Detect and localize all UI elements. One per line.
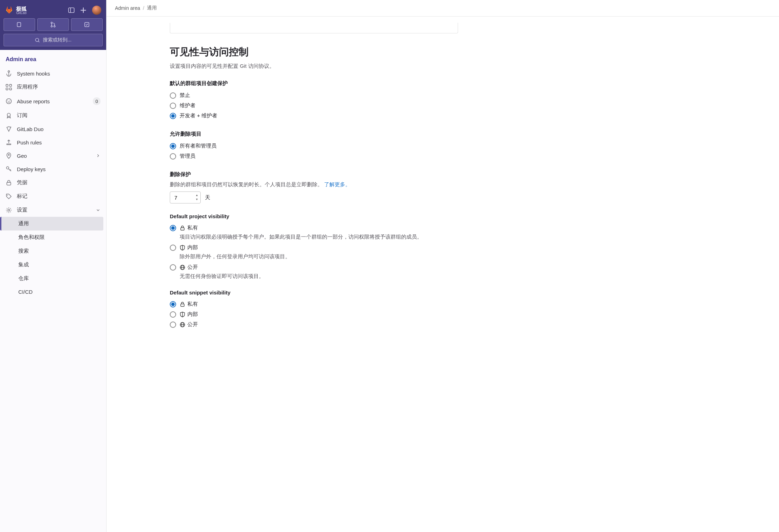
sidebar-toggle-icon[interactable] (68, 7, 75, 13)
svg-rect-2 (17, 22, 21, 27)
svg-point-13 (6, 99, 12, 104)
spin-up-icon[interactable]: ▲ (194, 193, 199, 197)
nav-label: Abuse reports (17, 98, 50, 104)
radio-maintainer[interactable]: 维护者 (170, 100, 458, 111)
radio-input[interactable] (170, 103, 176, 109)
sad-face-icon (6, 98, 12, 104)
nav-system-hooks[interactable]: System hooks (0, 67, 106, 80)
radio-input[interactable] (170, 113, 176, 119)
radio-public[interactable]: 公开 (170, 262, 458, 272)
radio-input[interactable] (170, 143, 176, 149)
plus-icon[interactable] (80, 7, 86, 13)
radio-label-text: 公开 (187, 321, 198, 328)
section-subtitle: 设置项目内容的可见性并配置 Git 访问协议。 (170, 63, 458, 70)
radio-snippet-private[interactable]: 私有 (170, 299, 458, 309)
merge-requests-button[interactable] (37, 18, 69, 31)
nav-subscription[interactable]: 订阅 (0, 109, 106, 122)
brand-name-en: GitLab (16, 11, 27, 15)
field-label: 允许删除项目 (170, 131, 458, 137)
number-spinner[interactable]: ▲ ▼ (194, 193, 199, 201)
svg-point-3 (51, 22, 52, 24)
issue-icon (17, 22, 22, 27)
field-label: Default snippet visibility (170, 290, 458, 296)
radio-dev-maintainer[interactable]: 开发者 + 维护者 (170, 111, 458, 121)
radio-snippet-public[interactable]: 公开 (170, 319, 458, 330)
subnav-cicd[interactable]: CI/CD (1, 285, 106, 298)
field-description: 删除的群组和项目仍然可以恢复的时长。个人项目总是立即删除。 了解更多。 (170, 181, 458, 188)
radio-admin[interactable]: 管理员 (170, 151, 458, 161)
subnav-integrations[interactable]: 集成 (1, 258, 106, 272)
subnav-repository[interactable]: 仓库 (1, 272, 106, 285)
radio-private[interactable]: 私有 (170, 223, 458, 233)
radio-snippet-internal[interactable]: 内部 (170, 309, 458, 319)
merge-icon (50, 22, 56, 27)
radio-input[interactable] (170, 322, 176, 328)
search-button[interactable]: 搜索或转到... (4, 34, 103, 46)
radio-input[interactable] (170, 92, 176, 99)
radio-input[interactable] (170, 245, 176, 251)
svg-rect-20 (7, 182, 11, 185)
nav-label: System hooks (17, 71, 50, 77)
subnav-search[interactable]: 搜索 (1, 244, 106, 258)
sidebar-section-title: Admin area (0, 50, 106, 67)
nav-geo[interactable]: Geo (0, 149, 106, 162)
nav-deploy-keys[interactable]: Deploy keys (0, 162, 106, 176)
nav-applications[interactable]: 应用程序 (0, 80, 106, 94)
learn-more-link[interactable]: 了解更多。 (324, 181, 350, 187)
group-delete-protection: 删除保护 删除的群组和项目仍然可以恢复的时长。个人项目总是立即删除。 了解更多。… (170, 171, 458, 203)
spin-down-icon[interactable]: ▼ (194, 197, 199, 201)
nav-credentials[interactable]: 凭据 (0, 176, 106, 189)
nav-label: Geo (17, 153, 27, 159)
radio-label-text: 私有 (187, 301, 198, 307)
radio-input[interactable] (170, 225, 176, 231)
svg-rect-10 (9, 84, 12, 86)
chevron-down-icon (96, 208, 101, 213)
subnav-roles[interactable]: 角色和权限 (1, 231, 106, 244)
sidebar: 极狐 GitLab (0, 0, 107, 532)
lock-icon (180, 301, 185, 307)
section-title: 可见性与访问控制 (170, 45, 458, 59)
radio-label-text: 内部 (187, 311, 198, 318)
nav-settings-submenu: 通用 角色和权限 搜索 集成 仓库 CI/CD (0, 217, 106, 298)
nav-gitlab-duo[interactable]: GitLab Duo (0, 122, 106, 136)
radio-input[interactable] (170, 311, 176, 318)
duo-icon (6, 126, 12, 132)
radio-label-text: 内部 (187, 244, 198, 251)
svg-rect-12 (9, 88, 12, 90)
breadcrumb-current: 通用 (147, 5, 157, 11)
collapsed-panel (170, 23, 458, 33)
main-area: Admin area / 通用 可见性与访问控制 设置项目内容的可见性并配置 G… (107, 0, 779, 532)
svg-point-5 (54, 26, 55, 27)
lock-icon (6, 180, 12, 186)
svg-point-22 (8, 209, 10, 211)
field-label: 删除保护 (170, 171, 458, 178)
nav-abuse-reports[interactable]: Abuse reports 0 (0, 94, 106, 109)
group-snippet-visibility: Default snippet visibility 私有 内部 (170, 290, 458, 330)
radio-input[interactable] (170, 153, 176, 160)
brand-logo[interactable]: 极狐 GitLab (5, 6, 27, 15)
todos-button[interactable] (71, 18, 103, 31)
radio-owner-admin[interactable]: 所有者和管理员 (170, 141, 458, 151)
todo-icon (84, 22, 90, 27)
breadcrumb-admin[interactable]: Admin area (115, 5, 140, 11)
radio-input[interactable] (170, 301, 176, 307)
radio-input[interactable] (170, 264, 176, 271)
svg-point-8 (8, 71, 10, 72)
tag-icon (6, 193, 12, 200)
nav-settings[interactable]: 设置 (0, 203, 106, 217)
radio-label: 维护者 (180, 102, 195, 109)
breadcrumb-separator: / (143, 5, 144, 11)
user-avatar[interactable] (92, 6, 101, 15)
nav-label: 订阅 (17, 112, 27, 119)
nav-push-rules[interactable]: Push rules (0, 136, 106, 149)
issues-button[interactable] (4, 18, 35, 31)
svg-point-17 (11, 126, 11, 127)
nav-labels[interactable]: 标记 (0, 189, 106, 203)
brand-name-zh: 极狐 (16, 6, 27, 11)
nav-label: 设置 (17, 207, 27, 213)
radio-internal[interactable]: 内部 (170, 242, 458, 253)
subnav-general[interactable]: 通用 (0, 217, 103, 231)
radio-description: 除外部用户外，任何登录用户均可访问该项目。 (180, 253, 458, 260)
radio-forbid[interactable]: 禁止 (170, 90, 458, 100)
push-icon (6, 139, 12, 145)
